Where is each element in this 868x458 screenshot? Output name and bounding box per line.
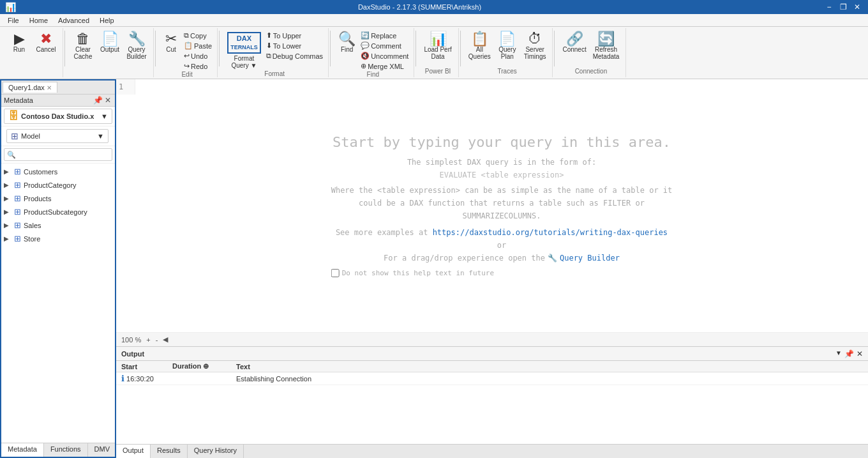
comment-button[interactable]: 💬 Comment [359, 41, 410, 50]
output-row-1-duration [167, 372, 231, 385]
metadata-pin-btn[interactable]: 📌 [93, 96, 102, 105]
to-lower-button[interactable]: ⬇ To Lower [265, 41, 324, 50]
all-queries-button[interactable]: 📋 AllQueries [466, 31, 493, 61]
query-plan-button[interactable]: 📄 QueryPlan [495, 31, 520, 61]
dax-logo-btn[interactable]: DAXTERNALS FormatQuery ▼ [225, 31, 264, 70]
dax-logo: DAXTERNALS [227, 32, 261, 54]
ribbon-group-tools: 🗑 ClearCache 📄 Output 🔧 QueryBuilder [66, 28, 154, 77]
server-timings-button[interactable]: ⏱ ServerTimings [521, 31, 549, 61]
right-content: 1 Start by typing your query in this are… [116, 79, 868, 458]
model-name: Model [21, 132, 94, 140]
menu-file[interactable]: File [3, 15, 24, 26]
format-query-label: FormatQuery ▼ [231, 55, 257, 69]
run-button[interactable]: ▶ Run [6, 31, 32, 54]
hint-link[interactable]: https://daxstudio.org/tutorials/writing-… [433, 228, 668, 237]
query-builder-button[interactable]: 🔧 QueryBuilder [124, 31, 149, 61]
ribbon-group-run: ▶ Run ✖ Cancel [3, 28, 63, 77]
uncomment-button[interactable]: 🔇 Uncomment [359, 51, 410, 61]
replace-icon: 🔄 [361, 31, 370, 40]
hint-checkbox[interactable] [331, 269, 340, 277]
merge-xml-button[interactable]: ⊕ Merge XML [359, 61, 410, 71]
find-section: 🔍 Find 🔄 Replace 💬 Comment 🔇 Uncomment ⊕ [336, 31, 410, 71]
redo-button[interactable]: ↪ Redo [183, 61, 213, 71]
metadata-controls: 📌 ✕ [93, 96, 112, 105]
productsubcategory-chevron: ▶ [4, 208, 11, 215]
table-row-store[interactable]: ▶ ⊞ Store [1, 232, 115, 245]
cut-button[interactable]: ✂ Cut [161, 31, 181, 54]
clear-cache-button[interactable]: 🗑 ClearCache [70, 31, 96, 61]
editor-statusbar: 100 % + - ◀ [116, 332, 868, 346]
table-row-products[interactable]: ▶ ⊞ Products [1, 192, 115, 205]
menu-advanced[interactable]: Advanced [53, 15, 94, 26]
load-perf-label: Load PerfData [424, 46, 451, 60]
hint-examples-row: See more examples at https://daxstudio.o… [331, 228, 673, 237]
table-row-productcategory[interactable]: ▶ ⊞ ProductCategory [1, 178, 115, 192]
model-selector-row: ⊞ Model ▼ [1, 126, 115, 146]
query-tab-1[interactable]: Query1.dax ✕ [3, 82, 57, 93]
db-selector[interactable]: 🗄 Contoso Dax Studio.x ▼ [4, 109, 112, 124]
menu-home[interactable]: Home [24, 15, 53, 26]
close-btn[interactable]: ✕ [851, 3, 863, 11]
table-row-sales[interactable]: ▶ ⊞ Sales [1, 218, 115, 232]
sales-label: Sales [24, 222, 41, 229]
replace-button[interactable]: 🔄 Replace [359, 31, 410, 40]
editor-content[interactable]: Start by typing your query in this area.… [135, 79, 868, 332]
query-tab-1-label: Query1.dax [8, 84, 45, 91]
app-title: DaxStudio - 2.17.3 (SUMMER\Antriksh) [16, 3, 823, 11]
output-pin-icon[interactable]: 📌 [844, 349, 854, 358]
ribbon-group-edit: ✂ Cut ⧉ Copy 📋 Paste ↩ Undo ↪ Redo [157, 28, 218, 77]
scroll-left-icon[interactable]: ◀ [163, 335, 168, 344]
line-number-1: 1 [119, 82, 132, 91]
tab-metadata[interactable]: Metadata [1, 443, 44, 457]
hint-qb-link[interactable]: Query Builder [560, 254, 620, 263]
hint-wrench-icon: 🔧 [548, 254, 557, 263]
copy-button[interactable]: ⧉ Copy [183, 31, 213, 40]
connect-button[interactable]: 🔗 Connect [560, 31, 588, 61]
output-tab-results[interactable]: Results [151, 445, 188, 458]
paste-icon: 📋 [184, 42, 193, 50]
table-row-customers[interactable]: ▶ ⊞ Customers [1, 165, 115, 178]
model-selector[interactable]: ⊞ Model ▼ [6, 129, 108, 143]
sidebar: Query1.dax ✕ Metadata 📌 ✕ 🗄 Contoso Dax … [0, 79, 116, 458]
output-close-icon[interactable]: ✕ [857, 349, 863, 358]
undo-icon: ↩ [184, 52, 190, 60]
info-icon: ℹ [121, 374, 124, 383]
table-row-productsubcategory[interactable]: ▶ ⊞ ProductSubcategory [1, 205, 115, 218]
hint-qb-text: For a drag/drop experience open the [384, 254, 545, 263]
hint-or: or [331, 241, 673, 250]
load-perf-icon: 📊 [430, 32, 447, 46]
output-tab-query-history[interactable]: Query History [188, 445, 244, 458]
restore-btn[interactable]: ❐ [837, 3, 849, 11]
tab-functions[interactable]: Functions [44, 443, 88, 457]
paste-button[interactable]: 📋 Paste [183, 41, 213, 50]
debug-commas-button[interactable]: ⧉ Debug Commas [265, 51, 324, 61]
menu-help[interactable]: Help [94, 15, 119, 26]
metadata-search-input[interactable] [16, 149, 109, 160]
undo-button[interactable]: ↩ Undo [183, 51, 213, 61]
output-tab-output[interactable]: Output [116, 445, 151, 458]
refresh-metadata-button[interactable]: 🔄 RefreshMetadata [590, 31, 622, 61]
output-button[interactable]: 📄 Output [97, 31, 123, 61]
uncomment-label: Uncomment [371, 52, 408, 60]
to-upper-button[interactable]: ⬆ To Upper [265, 31, 324, 40]
all-queries-icon: 📋 [471, 32, 488, 46]
output-label: Output [100, 46, 119, 53]
output-panel: Output ▼ 📌 ✕ Start Duration ⊕ Text [116, 346, 868, 458]
output-dropdown-icon[interactable]: ▼ [835, 349, 842, 358]
metadata-close-btn[interactable]: ✕ [103, 96, 112, 105]
cancel-button[interactable]: ✖ Cancel [33, 31, 59, 54]
sales-table-icon: ⊞ [14, 220, 21, 230]
query-tab-1-close[interactable]: ✕ [47, 84, 52, 91]
output-row-1-text: Establishing Connection [231, 372, 868, 385]
comment-icon: 💬 [361, 42, 370, 50]
zoom-level: 100 % [121, 336, 141, 344]
to-lower-label: To Lower [273, 42, 302, 50]
tab-dmv[interactable]: DMV [88, 443, 116, 457]
minimize-btn[interactable]: − [823, 3, 835, 11]
editor-gutter: 1 [116, 79, 135, 95]
zoom-in-icon[interactable]: + [146, 336, 150, 344]
find-button[interactable]: 🔍 Find [336, 31, 358, 54]
load-perf-data-button[interactable]: 📊 Load PerfData [421, 31, 454, 61]
zoom-out-icon[interactable]: - [156, 336, 158, 344]
undo-label: Undo [191, 52, 207, 60]
